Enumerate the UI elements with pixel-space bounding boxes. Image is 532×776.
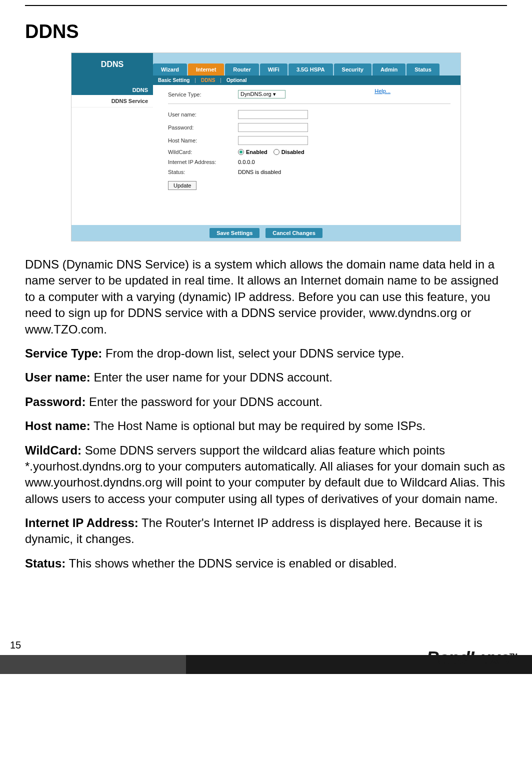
- desc-wildcard: WildCard: Some DDNS servers support the …: [25, 442, 507, 508]
- desc-status: Status: This shows whether the DDNS serv…: [25, 556, 507, 572]
- tab-wifi[interactable]: WiFi: [260, 64, 288, 76]
- page-title: DDNS: [25, 21, 507, 42]
- select-service-type[interactable]: DynDNS.org ▾: [238, 90, 286, 98]
- desc-wildcard-text: Some DDNS servers support the wildcard a…: [25, 444, 505, 506]
- footer-bar: BandLuxeTM: [0, 655, 532, 674]
- field-user-name: User name:: [168, 110, 450, 119]
- radio-enabled[interactable]: Enabled: [238, 149, 268, 155]
- field-service-type: Service Type: DynDNS.org ▾: [168, 90, 450, 98]
- field-password: Password:: [168, 123, 450, 132]
- label-ip: Internet IP Address:: [168, 159, 238, 165]
- screenshot-body: DDNS DDNS Service Help... Service Type: …: [72, 85, 460, 225]
- desc-service-type: Service Type: From the drop-down list, s…: [25, 346, 507, 362]
- update-button[interactable]: Update: [168, 181, 196, 190]
- select-service-type-value: DynDNS.org: [240, 91, 272, 97]
- value-ip: 0.0.0.0: [238, 159, 255, 165]
- tab-security[interactable]: Security: [334, 64, 372, 76]
- input-host-name[interactable]: [238, 136, 308, 145]
- desc-service-type-label: Service Type:: [25, 346, 102, 360]
- tab-status[interactable]: Status: [406, 64, 440, 76]
- tab-wizard[interactable]: Wizard: [153, 64, 187, 76]
- desc-status-text: This shows whether the DDNS service is e…: [66, 556, 397, 570]
- value-status: DDNS is disabled: [238, 169, 281, 175]
- desc-status-label: Status:: [25, 556, 66, 570]
- screenshot-footer: Save Settings Cancel Changes: [72, 225, 460, 241]
- sub-nav: Basic Setting | DDNS | Optional: [72, 76, 460, 85]
- desc-host-name-text: The Host Name is optional but may be req…: [90, 419, 426, 432]
- brand-logo: BandLuxeTM: [426, 648, 517, 669]
- save-settings-button[interactable]: Save Settings: [210, 228, 260, 238]
- desc-password-label: Password:: [25, 395, 86, 408]
- desc-host-name-label: Host name:: [25, 419, 90, 432]
- label-user-name: User name:: [168, 112, 238, 118]
- divider-1: [168, 104, 450, 104]
- label-host-name: Host Name:: [168, 138, 238, 144]
- desc-ip: Internet IP Address: The Router's Intern…: [25, 515, 507, 548]
- radio-disabled-label: Disabled: [282, 149, 304, 155]
- screenshot-logo: DDNS: [72, 53, 153, 76]
- label-password: Password:: [168, 124, 238, 130]
- tab-internet[interactable]: Internet: [188, 64, 224, 76]
- field-ip: Internet IP Address: 0.0.0.0: [168, 159, 450, 165]
- desc-user-name-label: User name:: [25, 370, 90, 384]
- subnav-optional[interactable]: Optional: [222, 78, 252, 83]
- trademark: TM: [510, 652, 517, 660]
- page-container: DDNS DDNS Wizard Internet Router WiFi 3.…: [0, 6, 532, 590]
- label-status: Status:: [168, 169, 238, 175]
- cancel-changes-button[interactable]: Cancel Changes: [266, 228, 322, 238]
- field-status: Status: DDNS is disabled: [168, 169, 450, 175]
- field-wildcard: WildCard: Enabled Disabled: [168, 149, 450, 155]
- help-link[interactable]: Help...: [374, 88, 390, 94]
- screenshot-header: DDNS Wizard Internet Router WiFi 3.5G HS…: [72, 53, 460, 76]
- brand-name: BandLuxe: [426, 648, 510, 668]
- input-user-name[interactable]: [238, 110, 308, 119]
- desc-password: Password: Enter the password for your DD…: [25, 394, 507, 410]
- tab-router[interactable]: Router: [225, 64, 258, 76]
- sidebar-head: DDNS: [72, 85, 153, 95]
- sidebar: DDNS DDNS Service: [72, 85, 153, 225]
- desc-service-type-text: From the drop-down list, select your DDN…: [102, 346, 404, 360]
- desc-host-name: Host name: The Host Name is optional but…: [25, 418, 507, 434]
- intro-paragraph: DDNS (Dynamic DNS Service) is a system w…: [25, 256, 507, 338]
- desc-user-name-text: Enter the user name for your DDNS accoun…: [90, 370, 332, 384]
- desc-ip-label: Internet IP Address:: [25, 516, 138, 530]
- page-footer: 15 BandLuxeTM: [0, 640, 532, 674]
- tab-hspa[interactable]: 3.5G HSPA: [288, 64, 333, 76]
- desc-password-text: Enter the password for your DDNS account…: [86, 395, 322, 408]
- label-service-type: Service Type:: [168, 92, 238, 98]
- main-tabs: Wizard Internet Router WiFi 3.5G HSPA Se…: [153, 53, 460, 76]
- label-wildcard: WildCard:: [168, 149, 238, 155]
- sidebar-item-ddns-service[interactable]: DDNS Service: [72, 95, 153, 108]
- radio-dot-icon: [238, 149, 244, 155]
- ddns-screenshot: DDNS Wizard Internet Router WiFi 3.5G HS…: [71, 52, 461, 242]
- desc-wildcard-label: WildCard:: [25, 444, 82, 457]
- main-panel: Help... Service Type: DynDNS.org ▾ User …: [153, 85, 460, 225]
- desc-user-name: User name: Enter the user name for your …: [25, 370, 507, 386]
- radio-disabled[interactable]: Disabled: [274, 149, 304, 155]
- input-password[interactable]: [238, 123, 308, 132]
- subnav-ddns[interactable]: DDNS: [196, 78, 220, 83]
- tab-admin[interactable]: Admin: [372, 64, 406, 76]
- field-host-name: Host Name:: [168, 136, 450, 145]
- radio-enabled-label: Enabled: [246, 149, 268, 155]
- subnav-basic[interactable]: Basic Setting: [153, 78, 194, 83]
- radio-dot-icon: [274, 149, 280, 155]
